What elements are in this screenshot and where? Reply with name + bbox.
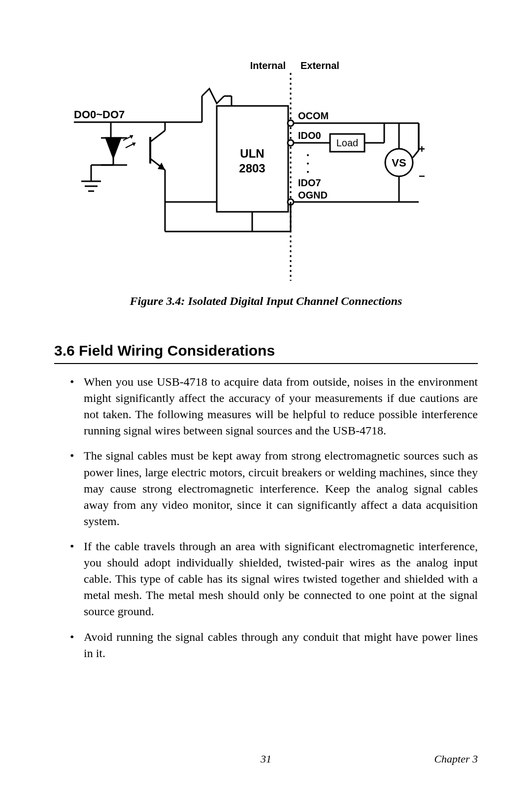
svg-marker-22 xyxy=(158,163,165,170)
list-item: The signal cables must be kept away from… xyxy=(84,448,478,530)
section-heading: 3.6 Field Wiring Considerations xyxy=(54,342,478,364)
svg-text:OCOM: OCOM xyxy=(298,110,329,121)
svg-text:−: − xyxy=(419,170,425,182)
list-item: When you use USB-4718 to acquire data fr… xyxy=(84,374,478,439)
svg-point-41 xyxy=(288,140,294,146)
svg-point-44 xyxy=(307,163,309,165)
svg-text:2803: 2803 xyxy=(239,162,265,175)
svg-text:Internal: Internal xyxy=(250,60,286,71)
chapter-label: Chapter 3 xyxy=(434,753,478,765)
svg-text:IDO7: IDO7 xyxy=(298,177,321,188)
svg-point-43 xyxy=(307,154,309,156)
svg-line-20 xyxy=(150,131,165,142)
svg-text:DO0~DO7: DO0~DO7 xyxy=(74,108,125,121)
svg-text:IDO0: IDO0 xyxy=(298,130,321,141)
circuit-diagram: Internal External DO0~DO7 xyxy=(54,54,478,308)
figure-caption: Figure 3.4: Isolated Digital Input Chann… xyxy=(54,295,478,308)
svg-text:OGND: OGND xyxy=(298,190,328,200)
svg-text:External: External xyxy=(300,60,339,71)
bullet-list: When you use USB-4718 to acquire data fr… xyxy=(54,374,478,662)
list-item: Avoid running the signal cables through … xyxy=(84,629,478,662)
svg-text:ULN: ULN xyxy=(240,147,264,160)
svg-line-61 xyxy=(413,150,419,158)
page-number: 31 xyxy=(261,753,271,765)
list-item: If the cable travels through an area wit… xyxy=(84,538,478,620)
svg-point-45 xyxy=(307,171,309,173)
svg-text:VS: VS xyxy=(392,157,406,169)
svg-text:+: + xyxy=(419,143,425,155)
svg-point-38 xyxy=(288,120,294,126)
svg-text:Load: Load xyxy=(336,137,359,148)
svg-marker-8 xyxy=(106,138,121,158)
